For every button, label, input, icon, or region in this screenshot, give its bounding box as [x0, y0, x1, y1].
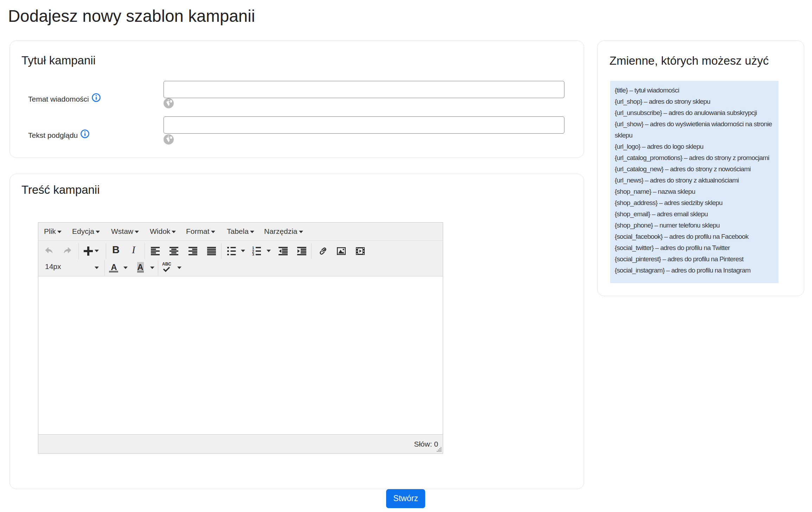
svg-text:3: 3: [252, 253, 254, 256]
